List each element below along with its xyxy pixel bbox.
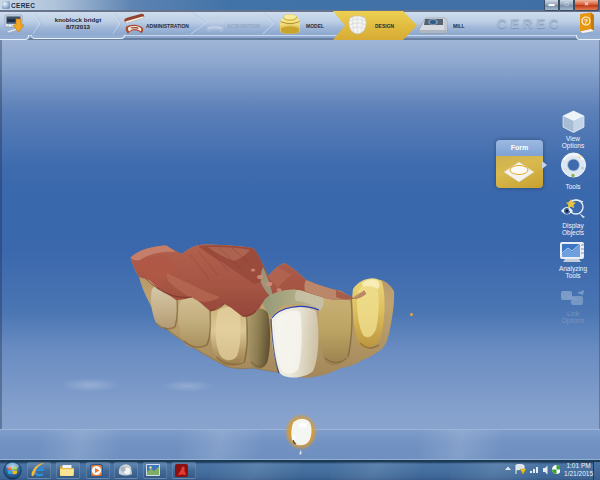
- svg-text:?: ?: [584, 18, 588, 25]
